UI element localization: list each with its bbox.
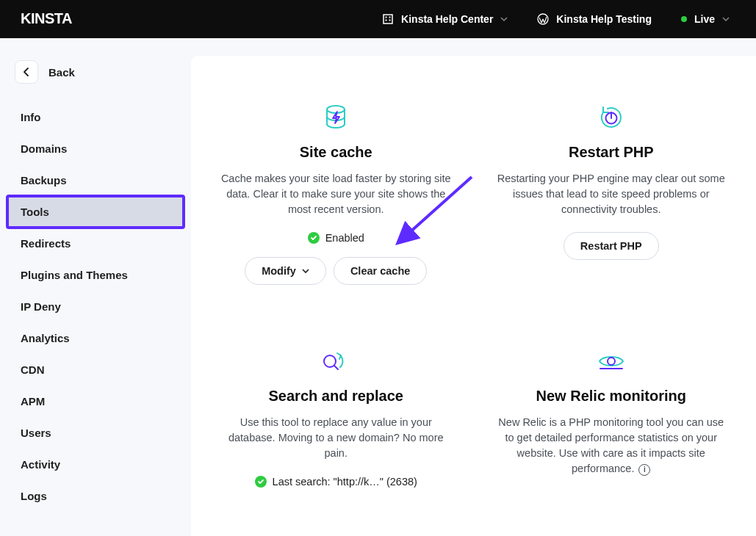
sidebar-item-domains[interactable]: Domains <box>7 133 184 164</box>
card-search-replace: Search and replace Use this tool to repl… <box>220 347 452 501</box>
sidebar-item-label: Analytics <box>21 332 70 344</box>
card-title: New Relic monitoring <box>496 388 727 405</box>
chevron-down-icon <box>302 267 309 275</box>
back-button[interactable] <box>15 60 38 84</box>
svg-rect-4 <box>386 20 387 21</box>
sidebar-item-activity[interactable]: Activity <box>7 449 184 480</box>
svg-rect-3 <box>389 17 391 18</box>
card-title: Search and replace <box>220 388 452 405</box>
cache-status-label: Enabled <box>325 232 364 244</box>
sidebar-item-tools[interactable]: Tools <box>7 196 184 228</box>
modify-button-label: Modify <box>262 265 296 277</box>
sidebar-item-label: Activity <box>21 458 60 471</box>
svg-rect-2 <box>386 17 387 18</box>
sidebar-item-plugins-themes[interactable]: Plugins and Themes <box>7 259 184 291</box>
check-icon <box>308 232 320 244</box>
card-restart-php: Restart PHP Restarting your PHP engine m… <box>496 103 727 285</box>
sidebar-item-label: Plugins and Themes <box>21 269 128 281</box>
kinsta-logo: KINSTA <box>21 11 87 27</box>
svg-rect-1 <box>384 15 392 23</box>
search-replace-icon <box>320 349 351 374</box>
svg-rect-5 <box>389 20 391 21</box>
info-icon[interactable]: i <box>638 464 650 476</box>
card-description: New Relic is a PHP monitoring tool you c… <box>496 415 727 477</box>
new-relic-desc-text: New Relic is a PHP monitoring tool you c… <box>498 416 724 474</box>
sidebar-item-label: Users <box>21 427 51 439</box>
card-description: Restarting your PHP engine may clear out… <box>496 171 727 217</box>
svg-point-8 <box>327 106 345 113</box>
clear-cache-button-label: Clear cache <box>350 265 410 277</box>
card-new-relic: New Relic monitoring New Relic is a PHP … <box>496 347 727 501</box>
company-selector-label: Kinsta Help Center <box>401 13 493 25</box>
sidebar-item-apm[interactable]: APM <box>7 385 184 417</box>
chevron-down-icon <box>722 15 730 23</box>
card-title: Restart PHP <box>496 144 727 161</box>
sidebar-item-redirects[interactable]: Redirects <box>7 228 184 259</box>
sidebar-item-label: Backups <box>21 174 67 186</box>
top-bar: KINSTA Kinsta Help Center Kinsta Help Te… <box>0 0 756 38</box>
cache-status: Enabled <box>220 232 452 244</box>
environment-label: Live <box>694 13 715 25</box>
wordpress-icon <box>537 13 549 25</box>
svg-line-12 <box>334 366 338 369</box>
sidebar-item-info[interactable]: Info <box>7 101 184 133</box>
database-lightning-icon <box>325 105 347 130</box>
card-site-cache: Site cache Cache makes your site load fa… <box>220 103 452 285</box>
status-dot-icon <box>681 16 687 22</box>
sidebar-item-label: Domains <box>21 142 67 155</box>
sidebar-item-label: IP Deny <box>21 300 61 313</box>
sidebar-item-users[interactable]: Users <box>7 417 184 449</box>
sidebar-item-ip-deny[interactable]: IP Deny <box>7 291 184 322</box>
building-icon <box>382 13 394 25</box>
chevron-down-icon <box>500 15 508 23</box>
sidebar-item-label: Tools <box>21 206 49 218</box>
sidebar-nav: Info Domains Backups Tools Redirects Plu… <box>7 101 184 512</box>
sidebar-item-logs[interactable]: Logs <box>7 480 184 512</box>
sidebar-item-label: Redirects <box>21 237 71 250</box>
sidebar-item-label: Logs <box>21 490 47 502</box>
svg-text:KINSTA: KINSTA <box>21 11 72 26</box>
check-icon <box>255 476 267 488</box>
back-label: Back <box>48 66 75 79</box>
main-panel: Site cache Cache makes your site load fa… <box>191 56 756 536</box>
restart-php-button[interactable]: Restart PHP <box>564 232 659 260</box>
restart-php-button-label: Restart PHP <box>580 240 642 252</box>
card-title: Site cache <box>220 144 452 161</box>
sidebar-item-cdn[interactable]: CDN <box>7 354 184 385</box>
search-replace-status: Last search: "http://k…" (2638) <box>220 476 452 488</box>
card-description: Use this tool to replace any value in yo… <box>220 415 452 461</box>
sidebar-item-analytics[interactable]: Analytics <box>7 322 184 354</box>
kinsta-logo-icon: KINSTA <box>21 11 87 27</box>
card-description: Cache makes your site load faster by sto… <box>220 171 452 217</box>
sidebar-item-label: Info <box>21 111 41 123</box>
sidebar-item-label: APM <box>21 395 45 408</box>
restart-icon <box>599 105 624 130</box>
sidebar-item-label: CDN <box>21 363 45 376</box>
svg-point-13 <box>608 358 615 365</box>
arrow-left-icon <box>21 67 32 77</box>
environment-selector[interactable]: Live <box>675 9 735 29</box>
site-selector[interactable]: Kinsta Help Testing <box>531 9 658 29</box>
sidebar-item-backups[interactable]: Backups <box>7 164 184 196</box>
search-replace-status-label: Last search: "http://k…" (2638) <box>273 476 417 488</box>
company-selector[interactable]: Kinsta Help Center <box>376 9 514 29</box>
modify-button[interactable]: Modify <box>245 257 326 285</box>
eye-monitoring-icon <box>597 351 626 372</box>
sidebar: Back Info Domains Backups Tools Redirect… <box>0 38 191 536</box>
clear-cache-button[interactable]: Clear cache <box>334 257 427 285</box>
site-selector-label: Kinsta Help Testing <box>556 13 652 25</box>
